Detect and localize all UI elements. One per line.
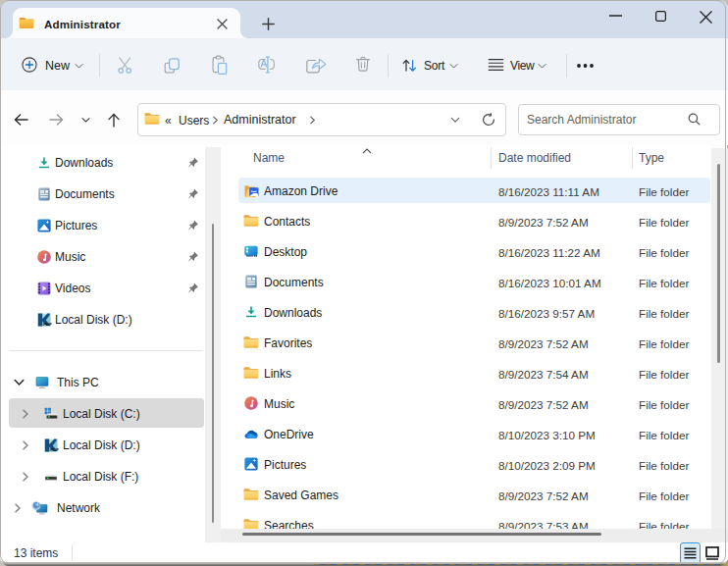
svg-text:PDF: PDF bbox=[50, 447, 59, 452]
svg-text:PDF: PDF bbox=[43, 322, 52, 327]
